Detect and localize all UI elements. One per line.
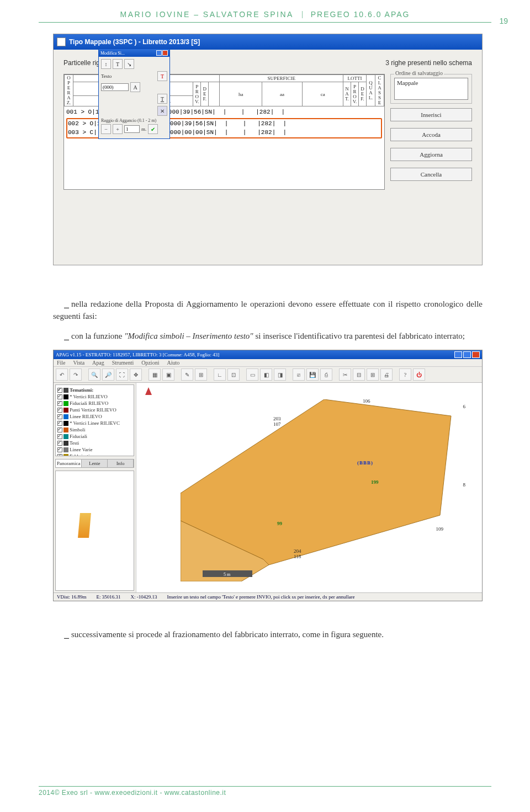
menu-opzioni[interactable]: Opzioni bbox=[141, 360, 159, 366]
zoom-out-icon[interactable]: 🔎 bbox=[102, 368, 114, 381]
status-x: X: -10429.13 bbox=[131, 594, 157, 600]
layer-item[interactable]: Linee RILIEVO bbox=[70, 414, 102, 419]
layers-panel[interactable]: Tematismi: * Vertici RILIEVO Fiduciali R… bbox=[55, 384, 134, 456]
compass-icon bbox=[141, 387, 156, 403]
underline-icon[interactable]: T bbox=[157, 94, 167, 104]
plus-button[interactable]: + bbox=[113, 124, 123, 134]
layer-item[interactable]: Fiduciali RILIEVO bbox=[70, 400, 108, 406]
annot: 106 bbox=[363, 398, 370, 404]
layer-item[interactable]: Testi bbox=[70, 440, 79, 446]
tool-icon[interactable]: ⊟ bbox=[353, 368, 365, 381]
tool-icon[interactable]: ✂ bbox=[339, 368, 351, 381]
layer-item[interactable]: Simboli bbox=[70, 427, 86, 432]
tool-icon[interactable]: ◧ bbox=[260, 368, 272, 381]
tool-icon[interactable]: ✥ bbox=[130, 368, 142, 381]
arrow-icon[interactable]: ↘ bbox=[124, 59, 134, 69]
modifica-simboli-dialog[interactable]: Modifica Si... ↕ T ↘ Testo T A bbox=[98, 49, 170, 139]
aggiorna-button[interactable]: Aggiorna bbox=[390, 148, 472, 161]
tool-icon[interactable]: ⎚ bbox=[293, 368, 305, 381]
preview-tabs[interactable]: Panoramica Lente Info bbox=[55, 459, 134, 468]
tool-icon[interactable]: ⎙ bbox=[320, 368, 332, 381]
paragraph-intro: ⎯nella redazione della Proposta di Aggio… bbox=[53, 298, 483, 323]
apag-title: APAG v1.15 - ESTRATTO: 1182957, LIBRETTO… bbox=[56, 352, 219, 357]
tool-icon[interactable]: ◨ bbox=[274, 368, 286, 381]
testo-input[interactable] bbox=[101, 83, 129, 91]
annot: 204 bbox=[294, 548, 301, 554]
map-canvas[interactable]: 5 m 106 6 203 107 (BBB) 199 8 99 109 204… bbox=[136, 383, 482, 592]
paragraph-next: ⎯successivamente si procede al frazionam… bbox=[53, 629, 483, 641]
tool-icon[interactable]: ▭ bbox=[246, 368, 258, 381]
tool-icon[interactable]: ⛶ bbox=[116, 368, 128, 381]
ordine-listbox[interactable]: Mappale bbox=[394, 78, 468, 100]
tool-icon[interactable]: ⊞ bbox=[195, 368, 207, 381]
annot: 107 bbox=[273, 421, 281, 427]
maximize-icon[interactable] bbox=[463, 351, 471, 358]
layer-item[interactable]: Punti Vertice RILIEVO bbox=[70, 407, 116, 413]
grid-icon[interactable]: ▦ bbox=[149, 368, 161, 381]
cancella-button[interactable]: Cancella bbox=[390, 168, 472, 181]
tab-info[interactable]: Info bbox=[108, 460, 134, 467]
apply-text-icon[interactable]: A bbox=[130, 82, 140, 92]
toolbar: ↶↷ 🔍🔎⛶✥ ▦▣ ✎⊞ ∟⊡ ▭◧◨ ⎚💾⎙ ✂⊟⊞🖨 ? ⏻ bbox=[54, 367, 482, 383]
annot-99: 99 bbox=[277, 521, 282, 526]
menu-apag[interactable]: Apag bbox=[92, 360, 104, 366]
annot-bbb: (BBB) bbox=[357, 460, 373, 466]
move-icon[interactable]: ↕ bbox=[101, 59, 111, 69]
menu-bar[interactable]: File Vista Apag Strumenti Opzioni Aiuto bbox=[54, 359, 482, 367]
confirm-icon[interactable]: ✔ bbox=[148, 124, 158, 134]
layer-item[interactable]: Fiduciali bbox=[70, 434, 87, 439]
raggio-input[interactable] bbox=[124, 125, 140, 133]
window-icon bbox=[57, 38, 66, 46]
tool-icon[interactable]: ↷ bbox=[70, 368, 82, 381]
annot-199: 199 bbox=[371, 479, 379, 485]
minimize-icon[interactable] bbox=[454, 351, 462, 358]
tab-lente[interactable]: Lente bbox=[82, 460, 108, 467]
minus-button[interactable]: − bbox=[101, 124, 111, 134]
print-icon[interactable]: 🖨 bbox=[380, 368, 393, 381]
annot: 118 bbox=[294, 554, 301, 559]
text-tool-icon[interactable]: T bbox=[113, 59, 123, 69]
help-icon[interactable]: ? bbox=[399, 368, 411, 381]
minimize-icon[interactable] bbox=[156, 50, 162, 56]
annot: 8 bbox=[463, 482, 466, 488]
paragraph-step: ⎯con la funzione "Modifica simboli – Ins… bbox=[53, 330, 483, 343]
preview-panel bbox=[55, 471, 134, 591]
inserisci-button[interactable]: Inserisci bbox=[390, 108, 472, 121]
accoda-button[interactable]: Accoda bbox=[390, 128, 472, 141]
tool-icon[interactable]: ⊞ bbox=[367, 368, 379, 381]
ordine-salvataggio-group: Ordine di salvataggio Mappale bbox=[390, 74, 472, 104]
screenshot-apag-window: APAG v1.15 - ESTRATTO: 1182957, LIBRETTO… bbox=[53, 350, 483, 601]
close-icon[interactable] bbox=[472, 351, 480, 358]
status-e: E: 35016.31 bbox=[97, 594, 121, 600]
unit-label: m. bbox=[141, 126, 146, 132]
menu-vista[interactable]: Vista bbox=[73, 360, 85, 366]
close-icon[interactable] bbox=[162, 50, 168, 56]
text-red-icon[interactable]: T bbox=[157, 71, 167, 81]
layer-item[interactable]: Linee Varie bbox=[70, 447, 93, 452]
status-vdist: VDist: 16.89m bbox=[57, 594, 87, 600]
tool-icon[interactable]: ▣ bbox=[162, 368, 174, 381]
power-icon[interactable]: ⏻ bbox=[413, 368, 425, 381]
save-icon[interactable]: 💾 bbox=[306, 368, 319, 381]
dialog-title: Modifica Si... bbox=[100, 51, 125, 56]
annot: 6 bbox=[463, 404, 466, 409]
header-authors: MARIO IOVINE – SALVATORE SPINA bbox=[120, 10, 294, 19]
layer-item[interactable]: Fabbricati bbox=[70, 453, 90, 456]
status-message: Inserire un testo nel campo 'Testo' e pr… bbox=[167, 594, 355, 600]
zoom-in-icon[interactable]: 🔍 bbox=[88, 368, 100, 381]
tab-panoramica[interactable]: Panoramica bbox=[56, 460, 82, 467]
tool-icon[interactable]: ⊡ bbox=[227, 368, 240, 381]
delete-text-icon[interactable]: ✕ bbox=[157, 106, 167, 116]
header-separator: | bbox=[301, 10, 303, 19]
menu-strumenti[interactable]: Strumenti bbox=[112, 360, 134, 366]
window-title: Tipo Mappale (3SPC ) - Libretto 2013/3 [… bbox=[69, 38, 200, 46]
menu-aiuto[interactable]: Aiuto bbox=[167, 360, 179, 366]
tool-icon[interactable]: ✎ bbox=[181, 368, 193, 381]
menu-file[interactable]: File bbox=[57, 360, 66, 366]
tool-icon[interactable]: ∟ bbox=[214, 368, 226, 381]
tool-icon[interactable]: ↶ bbox=[56, 368, 68, 381]
righe-schema-label: 3 righe presenti nello schema bbox=[385, 59, 472, 67]
layer-item[interactable]: * Vertici Linee RILIEVC bbox=[70, 420, 120, 426]
annot: 203 bbox=[273, 416, 281, 421]
layer-item[interactable]: * Vertici RILIEVO bbox=[70, 394, 108, 399]
